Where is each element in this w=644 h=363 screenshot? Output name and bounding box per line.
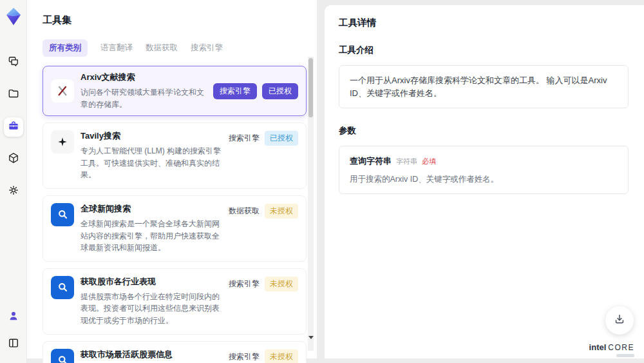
download-button[interactable] [605,306,634,335]
tool-category-badge: 搜索引擎 [229,277,260,291]
sidebar-nav [4,53,23,201]
list-scrollbar[interactable] [308,57,314,351]
intel-core-logo: intelCORE [589,342,634,357]
sidebar-item-briefcase-icon[interactable] [4,117,23,137]
tool-card[interactable]: 全球新闻搜索全球新闻搜索是一个聚合全球各大新闻网站内容的搜索引擎，帮助用户快速获… [43,195,307,262]
param-type: 字符串 [396,156,417,167]
app-sidebar [0,0,27,363]
gear-icon [7,184,20,199]
tool-auth-status-badge: 已授权 [265,131,298,146]
briefcase-icon [7,119,20,135]
tool-card-body: Arxiv文献搜索访问各个研究领域大量科学论文和文章的存储库。 [80,72,207,110]
tool-card[interactable]: Tavily搜索专为人工智能代理 (LLM) 构建的搜索引擎工具。可快速提供实时… [43,123,307,189]
tool-card[interactable]: Arxiv文献搜索访问各个研究领域大量科学论文和文章的存储库。搜索引擎已授权 [43,66,307,116]
tool-description: 专为人工智能代理 (LLM) 构建的搜索引擎工具。可快速提供实时、准确和真实的结… [80,145,222,181]
tool-description: 提供股票市场各个行业在特定时间段内的表现。投资者可以利用这些信息来识别表现优于或… [80,291,222,327]
tool-card[interactable]: 获取股市各行业表现提供股票市场各个行业在特定时间段内的表现。投资者可以利用这些信… [43,268,307,335]
tool-category-badge: 搜索引擎 [213,83,257,99]
download-icon [613,313,626,328]
tool-category-badge: 数据获取 [229,204,260,219]
tool-card-meta: 搜索引擎已授权 [229,130,298,181]
param-required-badge: 必填 [422,156,436,167]
tool-category-badge: 搜索引擎 [229,131,260,146]
tool-intro-box: 一个用于从Arxiv存储库搜索科学论文和文章的工具。 输入可以是Arxiv ID… [339,65,629,108]
brand-intel: intel [589,342,607,352]
search-blue-icon [51,276,74,299]
tool-name: 获取市场最活跃股票信息 [80,349,222,360]
tool-card-body: Tavily搜索专为人工智能代理 (LLM) 构建的搜索引擎工具。可快速提供实时… [80,130,222,181]
tool-name: 全球新闻搜索 [80,203,222,215]
intro-section-title: 工具介绍 [339,44,630,56]
tool-card-meta: 搜索引擎未授权 [229,349,298,363]
tool-card-body: 获取股市各行业表现提供股票市场各个行业在特定时间段内的表现。投资者可以利用这些信… [80,276,222,327]
arxiv-logo-icon [51,79,74,103]
scrollbar-thumb[interactable] [308,58,313,117]
sidebar-bottom [4,308,23,354]
tool-list-panel: 工具集 所有类别语言翻译数据获取搜索引擎 Arxiv文献搜索访问各个研究领域大量… [27,0,317,358]
collapse-panel-icon [7,337,20,352]
tool-card-body: 获取市场最活跃股票信息提供当天交易量最高的股票列表，投资者可以利用这些信息来识别… [80,349,222,363]
tool-detail-panel: 工具详情 工具介绍 一个用于从Arxiv存储库搜索科学论文和文章的工具。 输入可… [325,5,644,358]
tab-category-2[interactable]: 数据获取 [146,39,178,57]
params-section-title: 参数 [339,125,630,137]
detail-title: 工具详情 [339,17,630,29]
param-box: 查询字符串 字符串 必填 用于搜索的Arxiv ID、关键字或作者姓名。 [339,146,629,194]
tool-name: Arxiv文献搜索 [80,72,207,83]
tool-auth-status-badge: 已授权 [262,83,298,99]
tool-description: 全球新闻搜索是一个聚合全球各大新闻网站内容的搜索引擎，帮助用户快速获取全球最新资… [80,218,222,254]
tab-category-1[interactable]: 语言翻译 [100,39,133,57]
tool-list: Arxiv文献搜索访问各个研究领域大量科学论文和文章的存储库。搜索引擎已授权Ta… [43,66,307,363]
sidebar-item-user-icon[interactable] [4,308,23,327]
scroll-down-icon[interactable] [308,336,314,339]
sidebar-item-collapse-panel-icon[interactable] [4,335,23,354]
sidebar-item-chat-icon[interactable] [4,53,23,72]
tool-card-meta: 搜索引擎已授权 [213,83,298,99]
param-name: 查询字符串 [350,155,392,168]
tool-name: Tavily搜索 [80,130,222,142]
brand-sub-mark [616,354,634,357]
tool-auth-status-badge: 未授权 [265,277,298,291]
tool-auth-status-badge: 未授权 [265,204,298,219]
sparkle-icon [51,130,74,153]
search-blue-icon [51,203,74,226]
brand-core: CORE [608,343,634,352]
tool-name: 获取股市各行业表现 [80,276,222,288]
tool-card[interactable]: 获取市场最活跃股票信息提供当天交易量最高的股票列表，投资者可以利用这些信息来识别… [43,341,307,363]
sidebar-item-gear-icon[interactable] [4,182,23,201]
sidebar-item-cube-icon[interactable] [4,150,23,169]
tool-card-body: 全球新闻搜索全球新闻搜索是一个聚合全球各大新闻网站内容的搜索引擎，帮助用户快速获… [80,203,222,254]
folder-icon [7,87,20,103]
tab-category-3[interactable]: 搜索引擎 [191,39,223,57]
tool-description: 访问各个研究领域大量科学论文和文章的存储库。 [80,86,207,110]
tool-card-meta: 数据获取未授权 [229,203,298,254]
category-tabs: 所有类别语言翻译数据获取搜索引擎 [43,39,317,57]
page-title: 工具集 [43,14,317,26]
user-icon [7,309,20,325]
gem-logo-icon [5,6,23,27]
tool-card-meta: 搜索引擎未授权 [229,276,298,327]
tool-category-badge: 搜索引擎 [229,349,260,363]
tab-category-0[interactable]: 所有类别 [43,39,88,57]
chat-icon [7,55,20,70]
tool-auth-status-badge: 未授权 [265,349,298,363]
param-description: 用于搜索的Arxiv ID、关键字或作者姓名。 [350,173,618,186]
sidebar-item-folder-icon[interactable] [4,85,23,104]
search-blue-icon [51,349,74,363]
cube-icon [7,152,20,167]
